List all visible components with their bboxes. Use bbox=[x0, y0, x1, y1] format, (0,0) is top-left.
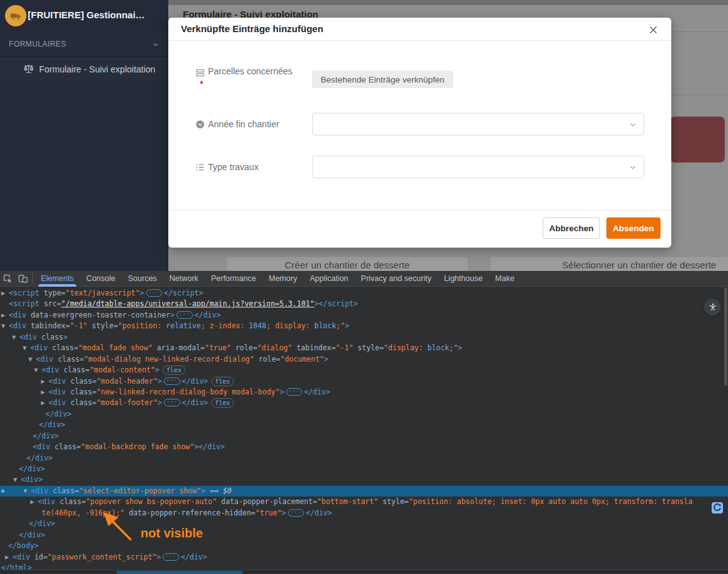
code-token: "position: absolute; inset: 0px auto aut… bbox=[409, 497, 693, 506]
code-token: style= bbox=[92, 321, 118, 330]
flex-badge[interactable]: flex bbox=[163, 365, 185, 375]
code-token: "-1" bbox=[336, 343, 358, 352]
tab-lighthouse[interactable]: Lighthouse bbox=[437, 271, 488, 287]
code-token: > bbox=[345, 321, 349, 330]
code-line-9[interactable]: ▶<div class="modal-header">···</div>flex bbox=[0, 376, 728, 387]
code-line-14[interactable]: </div> bbox=[0, 431, 728, 442]
expand-ellipsis-icon[interactable]: ··· bbox=[288, 509, 304, 517]
code-token: "select-editor-popover show" bbox=[79, 486, 201, 495]
code-token: aria-modal= bbox=[157, 343, 205, 352]
expand-ellipsis-icon[interactable]: ··· bbox=[164, 377, 180, 385]
expand-arrow-icon[interactable]: ▶ bbox=[41, 387, 45, 398]
code-line-6[interactable]: ▼<div class="modal fade show" aria-modal… bbox=[0, 343, 728, 353]
code-token: style= bbox=[357, 343, 384, 352]
code-token: <div bbox=[49, 377, 71, 386]
collapse-arrow-icon[interactable]: ▼ bbox=[23, 343, 26, 353]
expand-ellipsis-icon[interactable]: ··· bbox=[164, 399, 180, 406]
tab-application[interactable]: Application bbox=[303, 271, 354, 287]
code-line-19[interactable]: ▼<div class="select-editor-popover show"… bbox=[0, 486, 728, 497]
collapse-arrow-icon[interactable]: ▼ bbox=[12, 332, 16, 343]
code-line-2[interactable]: <script src="/media/dtable-apps/universa… bbox=[0, 299, 728, 309]
code-line-8[interactable]: ▼<div class="modal-content">flex bbox=[0, 365, 728, 376]
collapse-arrow-icon[interactable]: ▼ bbox=[1, 321, 5, 331]
type-travaux-select[interactable] bbox=[312, 156, 644, 178]
code-token: tabindex= bbox=[296, 343, 335, 352]
code-line-20[interactable]: ▶<div class="popover show bs-popover-aut… bbox=[0, 497, 728, 507]
flex-badge[interactable]: flex bbox=[211, 398, 234, 408]
code-token: </div> bbox=[45, 410, 72, 418]
expand-arrow-icon[interactable]: ▶ bbox=[41, 376, 45, 387]
code-line-13[interactable]: </div> bbox=[0, 420, 728, 430]
vertical-scrollbar[interactable] bbox=[724, 287, 727, 386]
expand-ellipsis-icon[interactable]: ··· bbox=[163, 553, 178, 561]
expand-ellipsis-icon[interactable]: ··· bbox=[286, 388, 302, 396]
annee-fin-chantier-select[interactable] bbox=[312, 113, 644, 135]
code-token: class= bbox=[60, 497, 86, 506]
expand-ellipsis-icon[interactable]: ··· bbox=[176, 311, 192, 319]
code-line-16[interactable]: </div> bbox=[0, 453, 728, 464]
code-line-11[interactable]: ▶<div class="modal-footer">···</div>flex bbox=[0, 398, 728, 408]
code-token: > bbox=[157, 553, 161, 561]
code-line-26[interactable]: </html> bbox=[0, 563, 728, 570]
sidebar-item-formulaire-suivi-exploitation[interactable]: Formulaire - Suivi exploitation bbox=[0, 57, 168, 82]
code-token: "passwork_content_script" bbox=[47, 553, 156, 561]
tab-console[interactable]: Console bbox=[80, 271, 122, 287]
expand-arrow-icon[interactable]: ▶ bbox=[5, 552, 9, 563]
multi-select-icon bbox=[195, 163, 205, 172]
code-line-4[interactable]: ▼<div tabindex="-1" style="position: rel… bbox=[0, 321, 728, 331]
flex-badge[interactable]: flex bbox=[211, 377, 234, 386]
code-line-15[interactable]: <div class="modal-backdrop fade show"></… bbox=[0, 442, 728, 452]
expand-ellipsis-icon[interactable]: ··· bbox=[146, 289, 162, 297]
collapse-arrow-icon[interactable]: ▼ bbox=[34, 365, 38, 376]
accessibility-icon[interactable] bbox=[704, 299, 721, 316]
tab-performance[interactable]: Performance bbox=[205, 271, 263, 287]
code-line-7[interactable]: ▼<div class="modal-dialog new-linked-rec… bbox=[0, 354, 728, 365]
code-token: </div> bbox=[182, 377, 209, 386]
code-line-18[interactable]: ▼<div> bbox=[0, 474, 728, 485]
code-token: "/media/dtable-apps/universal-app/main.j… bbox=[61, 299, 315, 308]
tab-memory[interactable]: Memory bbox=[262, 271, 303, 287]
create-chantier-button: Créer un chantier de desserte bbox=[227, 257, 468, 271]
code-token: > bbox=[201, 486, 205, 495]
horizontal-scrollbar-thumb[interactable] bbox=[117, 571, 243, 574]
code-line-10[interactable]: ▶<div class="new-linked-record-dialog-bo… bbox=[0, 387, 728, 398]
code-token: </div> bbox=[29, 519, 55, 528]
code-line-5[interactable]: ▼<div class> bbox=[0, 332, 728, 343]
horizontal-scrollbar[interactable] bbox=[0, 570, 728, 574]
code-token: </div> bbox=[26, 454, 53, 462]
tab-privacy-and-security[interactable]: Privacy and security bbox=[355, 271, 438, 287]
code-line-3[interactable]: ▶<div data-evergreen-toaster-container>·… bbox=[0, 310, 728, 321]
code-token: class= bbox=[64, 365, 90, 374]
code-token: <div> bbox=[21, 475, 43, 484]
extension-badge-icon[interactable] bbox=[712, 502, 723, 516]
close-icon[interactable] bbox=[646, 23, 660, 37]
collapse-arrow-icon[interactable]: ▼ bbox=[13, 474, 17, 485]
collapse-arrow-icon[interactable]: ▼ bbox=[23, 486, 27, 497]
collapse-arrow-icon[interactable]: ▼ bbox=[28, 354, 32, 365]
tab-sources[interactable]: Sources bbox=[122, 271, 163, 287]
select-chantier-button: Sélectionner un chantier de desserte bbox=[490, 257, 728, 271]
tab-network[interactable]: Network bbox=[163, 271, 205, 287]
app-avatar[interactable] bbox=[5, 5, 26, 26]
cancel-button[interactable]: Abbrechen bbox=[543, 217, 600, 239]
code-token: </div> bbox=[181, 553, 207, 561]
expand-arrow-icon[interactable]: ▶ bbox=[1, 310, 5, 321]
code-line-17[interactable]: </div> bbox=[0, 464, 728, 474]
submit-button[interactable]: Absenden bbox=[606, 217, 661, 239]
code-token: <div bbox=[42, 365, 64, 374]
expand-arrow-icon[interactable]: ▶ bbox=[1, 288, 5, 299]
tab-elements[interactable]: Elements bbox=[35, 271, 80, 287]
sidebar: [FRUITIERE] Gestionnai… FORMULAIRES Form… bbox=[0, 0, 168, 271]
expand-arrow-icon[interactable]: ▶ bbox=[30, 497, 34, 507]
inspect-element-icon[interactable] bbox=[0, 271, 15, 286]
code-line-12[interactable]: </div> bbox=[0, 409, 728, 420]
expand-arrow-icon[interactable]: ▶ bbox=[41, 398, 45, 408]
device-toolbar-icon[interactable] bbox=[15, 271, 30, 286]
sidebar-section-formulaires[interactable]: FORMULAIRES bbox=[0, 32, 168, 57]
tab-make[interactable]: Make bbox=[489, 271, 521, 287]
code-line-1[interactable]: ▶<script type="text/javascript">···</scr… bbox=[0, 288, 728, 299]
code-token: ; display: bbox=[267, 321, 315, 330]
link-existing-records-button[interactable]: Bestehende Einträge verknüpfen bbox=[312, 71, 453, 88]
code-line-25[interactable]: ▶<div id="passwork_content_script">···</… bbox=[0, 552, 728, 563]
code-token: relative bbox=[166, 321, 200, 330]
